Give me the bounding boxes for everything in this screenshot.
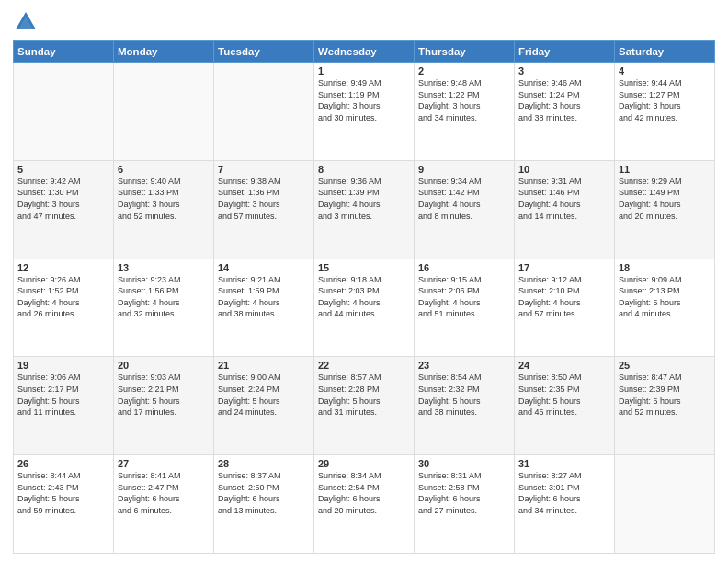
day-number: 5 — [17, 164, 109, 175]
day-info: Sunrise: 9:44 AM Sunset: 1:27 PM Dayligh… — [619, 77, 711, 123]
calendar-cell: 20Sunrise: 9:03 AM Sunset: 2:21 PM Dayli… — [114, 357, 214, 455]
day-number: 2 — [418, 65, 510, 76]
day-info: Sunrise: 9:18 AM Sunset: 2:03 PM Dayligh… — [318, 274, 410, 320]
calendar-cell: 29Sunrise: 8:34 AM Sunset: 2:54 PM Dayli… — [314, 455, 415, 554]
day-number: 31 — [518, 458, 610, 469]
day-number: 7 — [218, 164, 310, 175]
day-info: Sunrise: 9:48 AM Sunset: 1:22 PM Dayligh… — [418, 77, 510, 123]
day-info: Sunrise: 8:57 AM Sunset: 2:28 PM Dayligh… — [318, 372, 410, 418]
day-info: Sunrise: 8:34 AM Sunset: 2:54 PM Dayligh… — [318, 470, 410, 516]
calendar-cell: 13Sunrise: 9:23 AM Sunset: 1:56 PM Dayli… — [114, 259, 214, 357]
week-row-3: 12Sunrise: 9:26 AM Sunset: 1:52 PM Dayli… — [14, 259, 715, 357]
calendar-cell: 15Sunrise: 9:18 AM Sunset: 2:03 PM Dayli… — [314, 259, 415, 357]
calendar-cell: 2Sunrise: 9:48 AM Sunset: 1:22 PM Daylig… — [415, 63, 515, 161]
header — [13, 9, 715, 35]
calendar-cell: 27Sunrise: 8:41 AM Sunset: 2:47 PM Dayli… — [114, 455, 214, 554]
logo — [13, 9, 42, 35]
day-number: 16 — [418, 262, 510, 273]
day-number: 29 — [318, 458, 410, 469]
day-number: 1 — [318, 65, 410, 76]
day-number: 23 — [418, 360, 510, 371]
day-info: Sunrise: 8:54 AM Sunset: 2:32 PM Dayligh… — [418, 372, 510, 418]
calendar-cell: 8Sunrise: 9:36 AM Sunset: 1:39 PM Daylig… — [314, 160, 415, 259]
week-row-1: 1Sunrise: 9:49 AM Sunset: 1:19 PM Daylig… — [14, 63, 715, 161]
day-number: 26 — [17, 458, 109, 469]
week-row-2: 5Sunrise: 9:42 AM Sunset: 1:30 PM Daylig… — [14, 160, 715, 259]
calendar-cell — [214, 63, 314, 161]
weekday-header-sunday: Sunday — [14, 41, 114, 63]
weekday-header-row: SundayMondayTuesdayWednesdayThursdayFrid… — [14, 41, 715, 63]
calendar-cell: 5Sunrise: 9:42 AM Sunset: 1:30 PM Daylig… — [14, 160, 114, 259]
day-number: 8 — [318, 164, 410, 175]
calendar-cell: 11Sunrise: 9:29 AM Sunset: 1:49 PM Dayli… — [615, 160, 715, 259]
weekday-header-saturday: Saturday — [615, 41, 715, 63]
calendar-cell: 9Sunrise: 9:34 AM Sunset: 1:42 PM Daylig… — [415, 160, 515, 259]
day-info: Sunrise: 9:38 AM Sunset: 1:36 PM Dayligh… — [218, 176, 310, 222]
calendar-cell — [114, 63, 214, 161]
calendar-cell: 4Sunrise: 9:44 AM Sunset: 1:27 PM Daylig… — [615, 63, 715, 161]
calendar-cell: 25Sunrise: 8:47 AM Sunset: 2:39 PM Dayli… — [615, 357, 715, 455]
day-info: Sunrise: 9:40 AM Sunset: 1:33 PM Dayligh… — [118, 176, 210, 222]
calendar-cell: 16Sunrise: 9:15 AM Sunset: 2:06 PM Dayli… — [415, 259, 515, 357]
calendar-cell: 19Sunrise: 9:06 AM Sunset: 2:17 PM Dayli… — [14, 357, 114, 455]
day-info: Sunrise: 9:06 AM Sunset: 2:17 PM Dayligh… — [17, 372, 109, 418]
calendar-table: SundayMondayTuesdayWednesdayThursdayFrid… — [13, 40, 715, 554]
day-number: 15 — [318, 262, 410, 273]
calendar-cell — [14, 63, 114, 161]
day-info: Sunrise: 9:15 AM Sunset: 2:06 PM Dayligh… — [418, 274, 510, 320]
day-info: Sunrise: 9:03 AM Sunset: 2:21 PM Dayligh… — [118, 372, 210, 418]
day-info: Sunrise: 8:27 AM Sunset: 3:01 PM Dayligh… — [518, 470, 610, 516]
week-row-5: 26Sunrise: 8:44 AM Sunset: 2:43 PM Dayli… — [14, 455, 715, 554]
calendar-cell: 10Sunrise: 9:31 AM Sunset: 1:46 PM Dayli… — [515, 160, 615, 259]
day-number: 9 — [418, 164, 510, 175]
day-number: 18 — [619, 262, 711, 273]
day-info: Sunrise: 9:46 AM Sunset: 1:24 PM Dayligh… — [518, 77, 610, 123]
day-number: 20 — [118, 360, 210, 371]
day-number: 10 — [518, 164, 610, 175]
day-number: 6 — [118, 164, 210, 175]
day-info: Sunrise: 9:31 AM Sunset: 1:46 PM Dayligh… — [518, 176, 610, 222]
calendar-cell: 14Sunrise: 9:21 AM Sunset: 1:59 PM Dayli… — [214, 259, 314, 357]
day-info: Sunrise: 8:41 AM Sunset: 2:47 PM Dayligh… — [118, 470, 210, 516]
week-row-4: 19Sunrise: 9:06 AM Sunset: 2:17 PM Dayli… — [14, 357, 715, 455]
weekday-header-tuesday: Tuesday — [214, 41, 314, 63]
day-info: Sunrise: 9:23 AM Sunset: 1:56 PM Dayligh… — [118, 274, 210, 320]
day-number: 25 — [619, 360, 711, 371]
day-number: 22 — [318, 360, 410, 371]
day-info: Sunrise: 9:09 AM Sunset: 2:13 PM Dayligh… — [619, 274, 711, 320]
day-info: Sunrise: 9:42 AM Sunset: 1:30 PM Dayligh… — [17, 176, 109, 222]
day-info: Sunrise: 9:21 AM Sunset: 1:59 PM Dayligh… — [218, 274, 310, 320]
calendar-cell: 22Sunrise: 8:57 AM Sunset: 2:28 PM Dayli… — [314, 357, 415, 455]
calendar-cell: 3Sunrise: 9:46 AM Sunset: 1:24 PM Daylig… — [515, 63, 615, 161]
calendar-cell: 31Sunrise: 8:27 AM Sunset: 3:01 PM Dayli… — [515, 455, 615, 554]
day-number: 4 — [619, 65, 711, 76]
day-info: Sunrise: 9:29 AM Sunset: 1:49 PM Dayligh… — [619, 176, 711, 222]
calendar-cell: 12Sunrise: 9:26 AM Sunset: 1:52 PM Dayli… — [14, 259, 114, 357]
calendar-cell: 26Sunrise: 8:44 AM Sunset: 2:43 PM Dayli… — [14, 455, 114, 554]
day-number: 21 — [218, 360, 310, 371]
day-info: Sunrise: 8:47 AM Sunset: 2:39 PM Dayligh… — [619, 372, 711, 418]
day-number: 3 — [518, 65, 610, 76]
calendar-cell: 23Sunrise: 8:54 AM Sunset: 2:32 PM Dayli… — [415, 357, 515, 455]
calendar-cell: 30Sunrise: 8:31 AM Sunset: 2:58 PM Dayli… — [415, 455, 515, 554]
day-info: Sunrise: 8:44 AM Sunset: 2:43 PM Dayligh… — [17, 470, 109, 516]
day-info: Sunrise: 9:34 AM Sunset: 1:42 PM Dayligh… — [418, 176, 510, 222]
day-number: 14 — [218, 262, 310, 273]
day-number: 19 — [17, 360, 109, 371]
weekday-header-thursday: Thursday — [415, 41, 515, 63]
calendar-cell — [615, 455, 715, 554]
day-number: 12 — [17, 262, 109, 273]
day-number: 27 — [118, 458, 210, 469]
day-info: Sunrise: 8:50 AM Sunset: 2:35 PM Dayligh… — [518, 372, 610, 418]
day-number: 13 — [118, 262, 210, 273]
page: SundayMondayTuesdayWednesdayThursdayFrid… — [0, 0, 728, 563]
calendar-cell: 7Sunrise: 9:38 AM Sunset: 1:36 PM Daylig… — [214, 160, 314, 259]
weekday-header-monday: Monday — [114, 41, 214, 63]
day-info: Sunrise: 9:36 AM Sunset: 1:39 PM Dayligh… — [318, 176, 410, 222]
day-number: 24 — [518, 360, 610, 371]
weekday-header-wednesday: Wednesday — [314, 41, 415, 63]
calendar-cell: 17Sunrise: 9:12 AM Sunset: 2:10 PM Dayli… — [515, 259, 615, 357]
logo-icon — [13, 9, 39, 35]
calendar-cell: 28Sunrise: 8:37 AM Sunset: 2:50 PM Dayli… — [214, 455, 314, 554]
calendar-cell: 24Sunrise: 8:50 AM Sunset: 2:35 PM Dayli… — [515, 357, 615, 455]
